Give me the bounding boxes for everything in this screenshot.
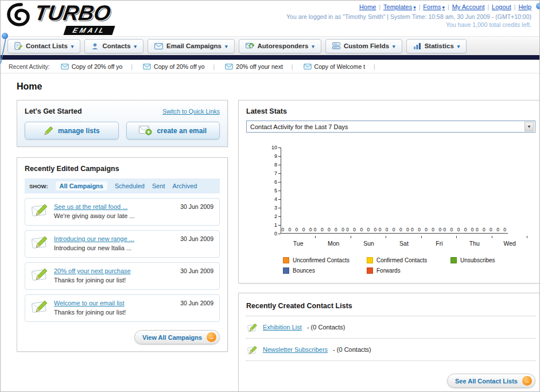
top-link-forms[interactable]: Forms [423, 3, 445, 10]
nav-tab-custom-fields[interactable]: Custom Fields [325, 39, 402, 53]
recent-activity-item[interactable]: Copy of 20% off yo [56, 63, 138, 70]
legend-label: Forwards [376, 267, 401, 274]
chart-y-tick: 1 [266, 223, 281, 227]
legend-label: Unsubscribes [460, 257, 495, 263]
contact-list-detail: - (0 Contacts) [307, 324, 345, 331]
chart-category-label: Thu [457, 238, 492, 247]
top-link-my-account[interactable]: My Account [452, 3, 485, 10]
create-email-label: create an email [157, 127, 207, 135]
chart-category-label: Sun [351, 238, 386, 247]
filter-tab-sent[interactable]: Sent [152, 183, 165, 189]
top-link-templates-label: Templates [383, 3, 412, 10]
chart-value-labels: 0 0 0 0 0 [476, 227, 508, 232]
campaign-row[interactable]: Welcome to our email list Thanks for joi… [25, 294, 220, 322]
nav-tab-label: Email Campaigns [166, 42, 222, 49]
campaign-title-link[interactable]: Welcome to our email list [54, 300, 126, 306]
see-all-contact-lists-button[interactable]: See All Contact Lists [447, 374, 535, 388]
chart-y-tick: 6 [266, 180, 281, 184]
switch-quick-links-link[interactable]: Switch to Quick Links [162, 108, 220, 115]
chart-y-tick: 8 [266, 162, 281, 167]
arrow-right-icon [522, 376, 532, 386]
chevron-down-icon [525, 122, 534, 131]
chart-y-tick: 0 [266, 231, 281, 236]
logo-title: TURBO [33, 2, 115, 25]
campaign-subtitle: We're giving away our late ... [54, 212, 135, 219]
top-link-help[interactable]: Help [518, 3, 531, 10]
campaign-row[interactable]: Introducing our new range ... Introducin… [25, 230, 220, 258]
chart-y-axis: 109876543210 [266, 145, 281, 236]
chart-y-tick: 9 [266, 154, 281, 158]
legend-item-confirmed-contacts: Confirmed Contacts [367, 257, 450, 263]
nav-tab-label: Custom Fields [344, 42, 389, 49]
filter-tab-archived[interactable]: Archived [173, 183, 197, 189]
get-started-title: Let's Get Started [25, 107, 82, 115]
chart-y-tick: 2 [266, 214, 281, 219]
envelope-pencil-icon [31, 235, 48, 253]
campaign-title-link[interactable]: See us at the retail food ... [54, 203, 135, 210]
recent-activity-text: 20% off your next [236, 63, 283, 70]
chart-value-labels: 0 0 0 0 0 [281, 227, 313, 232]
campaign-date: 30 Jun 2009 [180, 267, 213, 274]
latest-stats-title: Latest Stats [246, 107, 535, 115]
campaign-title-link[interactable]: 20% off your next purchase [54, 267, 131, 274]
stats-period-select[interactable]: Contact Activity for the Last 7 Days [246, 121, 535, 133]
see-all-contact-lists-label: See All Contact Lists [455, 378, 518, 385]
recent-activity-item[interactable]: Copy of Welcome t [298, 63, 380, 70]
latest-stats-panel: Latest Stats Contact Activity for the La… [238, 100, 540, 284]
campaign-subtitle: Thanks for joining our list! [54, 277, 131, 284]
chart-bar-group: 0 0 0 0 0 [346, 227, 378, 232]
view-all-campaigns-button[interactable]: View All Campaigns [134, 330, 220, 344]
legend-swatch [283, 257, 289, 263]
top-link-home[interactable]: Home [359, 3, 376, 10]
campaign-subtitle: Thanks for joining our list! [54, 309, 126, 316]
manage-lists-label: manage lists [58, 127, 100, 135]
chart-bar-group: 0 0 0 0 0 [313, 227, 345, 232]
nav-tab-autoresponders[interactable]: Autoresponders [239, 39, 321, 53]
app-logo[interactable]: TURBO EMAIL [6, 2, 114, 35]
legend-swatch [367, 257, 373, 263]
legend-label: Unconfirmed Contacts [293, 257, 349, 263]
campaign-row[interactable]: 20% off your next purchase Thanks for jo… [25, 262, 220, 290]
manage-lists-button[interactable]: manage lists [25, 122, 119, 139]
campaign-title-link[interactable]: Introducing our new range ... [54, 235, 134, 242]
filter-tab-all-campaigns[interactable]: All Campaigns [56, 181, 107, 191]
nav-tab-contacts[interactable]: Contacts [84, 39, 143, 53]
decor-blue-dot-right [536, 3, 540, 9]
top-nav: HomeTemplatesFormsMy AccountLogoutHelp [286, 3, 531, 10]
chart-bar-group: 0 0 0 0 0 [281, 227, 313, 232]
envelope-icon [154, 43, 163, 49]
nav-tab-email-campaigns[interactable]: Email Campaigns [147, 39, 234, 53]
legend-swatch [450, 257, 457, 263]
recent-activity-item[interactable]: 20% off your next [220, 63, 298, 70]
envelope-pencil-icon [31, 267, 48, 285]
envelope-icon [304, 64, 312, 69]
custom-fields-icon [332, 42, 340, 50]
right-column: Latest Stats Contact Activity for the La… [238, 100, 540, 392]
separator [445, 3, 452, 10]
filter-tab-scheduled[interactable]: Scheduled [115, 183, 145, 189]
nav-tab-statistics[interactable]: Statistics [406, 39, 467, 53]
contact-list-link[interactable]: Newsletter Subscribers [263, 346, 328, 353]
chart-bar-group: 0 0 0 0 0 [443, 227, 475, 232]
create-email-button[interactable]: create an email [126, 122, 220, 139]
contact-list-row[interactable]: Exhibition List - (0 Contacts) [246, 316, 535, 339]
legend-swatch [367, 267, 373, 274]
contact-list-link[interactable]: Exhibition List [263, 324, 302, 331]
campaigns-title: Recently Edited Campaigns [25, 165, 220, 173]
header: TURBO EMAIL HomeTemplatesFormsMy Account… [1, 1, 539, 36]
chevron-down-icon [134, 42, 137, 49]
top-link-forms-label: Forms [423, 3, 441, 10]
top-link-templates[interactable]: Templates [383, 3, 416, 10]
legend-label: Bounces [293, 267, 315, 274]
recent-activity-label: Recent Activity: [9, 63, 50, 70]
header-right: HomeTemplatesFormsMy AccountLogoutHelp Y… [286, 3, 531, 28]
autoresponder-icon [246, 42, 254, 49]
legend-item-unconfirmed-contacts: Unconfirmed Contacts [283, 257, 367, 263]
nav-tab-contact-lists[interactable]: Contact Lists [7, 39, 80, 53]
separator [416, 3, 424, 10]
contact-list-row[interactable]: Newsletter Subscribers - (0 Contacts) [246, 339, 535, 361]
chart-category-label: Tue [281, 238, 316, 247]
recent-activity-item[interactable]: Copy of 20% off yo [138, 63, 220, 70]
top-link-logout[interactable]: Logout [492, 3, 511, 10]
campaign-row[interactable]: See us at the retail food ... We're givi… [25, 198, 220, 226]
